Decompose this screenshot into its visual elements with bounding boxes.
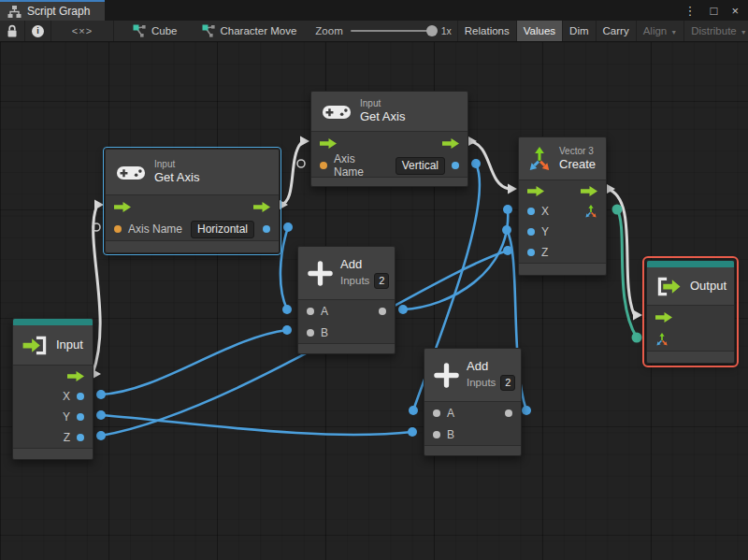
float-output-port[interactable] — [263, 225, 270, 233]
control-in-arrow-icon[interactable] — [114, 202, 131, 212]
breadcrumb-character-move[interactable]: Character Move — [202, 24, 297, 37]
input-port-y[interactable] — [527, 228, 535, 236]
gamepad-icon — [116, 164, 146, 181]
node-category: Input — [360, 97, 405, 109]
node-graph-input[interactable]: Input X Y Z — [12, 318, 94, 460]
graph-canvas[interactable]: Input Get Axis Axis Name Vertical — [0, 42, 748, 560]
align-dropdown[interactable]: Align ▼ — [636, 21, 684, 41]
string-input-port[interactable] — [320, 162, 327, 169]
breadcrumb-cube[interactable]: Cube — [133, 24, 178, 37]
port-row-y: Y — [13, 407, 93, 427]
wire-control-getaxis-horizontal-to-vertical[interactable] — [280, 143, 301, 205]
node-vector3-create[interactable]: Vector 3 Create X Y Z — [518, 136, 607, 276]
port-row-b: B — [298, 322, 395, 343]
value-port-row: Axis Name Horizontal — [106, 218, 279, 240]
zoom-slider-handle[interactable] — [426, 25, 438, 36]
zoom-slider[interactable] — [351, 30, 435, 32]
node-add-first[interactable]: Add Inputs 2 A B — [297, 246, 396, 354]
control-out-arrow-icon[interactable] — [67, 371, 84, 381]
port-row-z: Z — [13, 427, 93, 448]
node-title: Get Axis — [154, 170, 199, 186]
wire-add1-sum-to-vector3-x[interactable] — [403, 209, 508, 309]
control-in-arrow-icon[interactable] — [655, 312, 672, 323]
node-footer — [106, 240, 279, 252]
tab-bar: Script Graph ⋮ □ × — [0, 0, 748, 21]
graph-output-icon — [655, 276, 683, 297]
lock-button[interactable] — [0, 21, 25, 41]
relations-button[interactable]: Relations — [457, 21, 516, 41]
node-get-axis-horizontal[interactable]: Input Get Axis Axis Name Horizontal — [105, 149, 280, 253]
node-add-second[interactable]: Add Inputs 2 A B — [424, 348, 522, 456]
axis-name-field[interactable]: Vertical — [396, 157, 445, 175]
graph-input-icon — [22, 335, 49, 356]
node-title: Add — [340, 257, 389, 273]
values-button[interactable]: Values — [516, 21, 562, 41]
subgraph-header-strip — [13, 319, 93, 325]
sum-output-port[interactable] — [505, 409, 512, 417]
port-label: B — [321, 326, 328, 339]
input-port-b[interactable] — [433, 431, 440, 438]
output-port-z[interactable] — [77, 434, 84, 441]
node-footer — [298, 343, 395, 353]
node-title: Output — [690, 279, 726, 294]
lock-icon — [7, 24, 18, 38]
node-get-axis-vertical[interactable]: Input Get Axis Axis Name Vertical — [310, 91, 468, 187]
close-icon[interactable]: × — [731, 5, 739, 17]
distribute-dropdown[interactable]: Distribute ▼ — [683, 21, 748, 41]
port-label: Y — [541, 225, 549, 238]
wire-horizontal-result-to-add1-a[interactable] — [280, 227, 288, 309]
input-port-a[interactable] — [433, 409, 440, 417]
unity-script-graph-window: Script Graph ⋮ □ × i <×> Cube Character … — [0, 0, 748, 560]
port-label: Y — [63, 410, 70, 424]
window-controls: ⋮ □ × — [684, 0, 748, 21]
graph-hierarchy-icon — [7, 6, 22, 18]
control-in-arrow-icon[interactable] — [527, 186, 544, 196]
node-title: Get Axis — [360, 109, 405, 125]
control-out-arrow-icon[interactable] — [253, 202, 270, 212]
control-out-arrow-icon[interactable] — [442, 138, 459, 149]
view-toggle-buttons: Relations Values Dim Carry Align ▼ Distr… — [457, 21, 748, 41]
axis-name-field[interactable]: Horizontal — [191, 221, 254, 238]
node-graph-output[interactable]: Output — [646, 260, 735, 364]
node-footer — [647, 351, 734, 363]
zoom-value: 1x — [441, 25, 452, 36]
string-input-port[interactable] — [114, 225, 122, 233]
node-title: Add — [467, 359, 515, 375]
info-button[interactable]: i — [25, 21, 51, 41]
wire-control-input-to-getaxis-horizontal[interactable] — [93, 208, 100, 374]
input-port-x[interactable] — [527, 208, 535, 215]
inputs-count-field[interactable]: 2 — [374, 273, 389, 289]
control-port-row — [106, 195, 279, 218]
code-view-button[interactable]: <×> — [51, 21, 114, 41]
carry-button[interactable]: Carry — [596, 21, 636, 41]
input-port-z[interactable] — [527, 249, 535, 256]
sum-output-port[interactable] — [379, 308, 386, 315]
wire-input-x-to-add1-b[interactable] — [101, 330, 287, 395]
control-out-arrow-icon[interactable] — [581, 186, 597, 196]
control-port-row — [13, 366, 93, 386]
node-title: Input — [56, 337, 83, 353]
param-label: Axis Name — [128, 223, 182, 236]
tab-script-graph[interactable]: Script Graph — [0, 0, 105, 21]
maximize-icon[interactable]: □ — [711, 5, 718, 17]
node-footer — [424, 445, 521, 455]
code-icon: <×> — [72, 25, 93, 36]
port-row-x: X — [13, 386, 93, 407]
dim-button[interactable]: Dim — [562, 21, 595, 41]
gamepad-icon — [322, 103, 352, 121]
port-label: Z — [64, 431, 70, 444]
graph-toolbar: i <×> Cube Character Move Zoom 1x Relati… — [0, 21, 748, 42]
zoom-label: Zoom — [315, 25, 342, 36]
input-port-a[interactable] — [307, 308, 314, 315]
kebab-menu-icon[interactable]: ⋮ — [684, 5, 697, 17]
output-port-y[interactable] — [77, 413, 84, 421]
value-port-row: Axis Name Vertical — [311, 154, 468, 177]
float-output-port[interactable] — [452, 162, 459, 169]
inputs-count-field[interactable]: 2 — [500, 375, 515, 391]
vector3-input-port-icon[interactable] — [655, 333, 669, 346]
output-port-x[interactable] — [77, 393, 84, 400]
control-in-arrow-icon[interactable] — [320, 138, 337, 149]
input-port-b[interactable] — [307, 329, 314, 337]
vector3-output-port-icon[interactable] — [584, 205, 597, 218]
node-footer — [519, 263, 606, 275]
